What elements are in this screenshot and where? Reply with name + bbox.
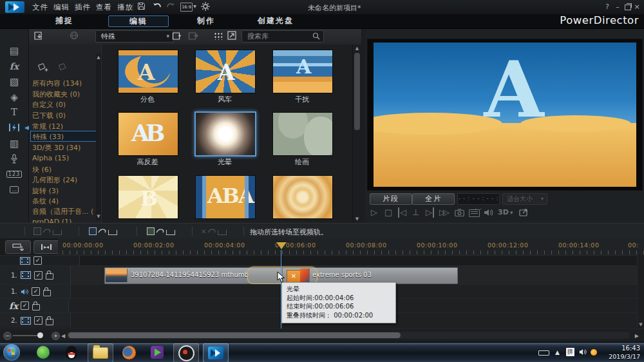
previous-frame-button[interactable]: ◁ (398, 207, 406, 218)
apply-crossfade-to-all-button[interactable] (147, 226, 175, 236)
title-room-icon[interactable]: T (0, 105, 28, 119)
category-all[interactable]: 所有内容 (134) (32, 79, 94, 87)
menu-edit[interactable]: 编辑 (53, 3, 70, 12)
tray-keyboard-icon[interactable] (538, 350, 549, 356)
taskbar-360browser-icon[interactable] (31, 343, 55, 361)
video-track-1[interactable]: 1. ✓ 39107284-1411954415923 mthumb ✕ ext… (0, 265, 638, 284)
tray-ime-icon[interactable]: 拼 (566, 348, 574, 356)
taskbar-clock[interactable]: 16:43 2019/3/17 (609, 344, 640, 361)
category-downloaded[interactable]: 已下载 (0) (32, 111, 94, 119)
taskbar-powerdirector-icon[interactable] (203, 343, 229, 362)
help-button[interactable]: ? (603, 3, 612, 11)
media-room-icon[interactable]: ▤ (0, 44, 28, 58)
menu-plugins[interactable]: 插件 (75, 3, 91, 12)
undock-preview-icon[interactable] (519, 209, 528, 216)
library-scrollbar[interactable]: ▲ ▼ (352, 44, 361, 223)
track-enable-checkbox[interactable]: ✓ (34, 271, 43, 280)
timeline-ruler[interactable]: 00:00:00:00 00:00:02:00 00:00:04:00 00:0… (58, 238, 644, 255)
category-special-selected[interactable]: 特殊 (33) (30, 131, 97, 142)
zoom-out-button[interactable]: − (3, 332, 12, 340)
tray-weather-icon[interactable] (591, 349, 597, 356)
category-general[interactable]: 常规 (12) (32, 122, 94, 130)
particle-room-icon[interactable]: ◈ (0, 90, 28, 104)
playhead-marker[interactable] (276, 242, 287, 249)
start-button[interactable] (3, 344, 20, 361)
add-tag-icon[interactable] (37, 62, 50, 73)
track-enable-checkbox[interactable]: ✓ (21, 301, 29, 310)
track-lock-icon[interactable] (32, 304, 40, 310)
category-rotate[interactable]: 旋转 (3) (32, 186, 94, 195)
category-audio[interactable]: 音频（适用于音... (2) (32, 207, 94, 215)
play-button[interactable]: ▷ (371, 207, 377, 218)
timeline-vertical-scrollbar[interactable]: ▼ (637, 255, 644, 329)
taskbar-firefox-icon[interactable] (117, 343, 141, 361)
taskbar-qq-icon[interactable] (59, 343, 84, 361)
tab-capture[interactable]: 捕捉 (35, 15, 93, 26)
transition-item[interactable]: A (272, 50, 333, 93)
close-button[interactable]: × (632, 3, 641, 11)
tray-show-hidden-icon[interactable]: ▲ (555, 349, 560, 356)
3d-mode-button[interactable]: 3D (498, 207, 509, 218)
transition-item[interactable]: B (118, 175, 178, 219)
category-filter-dropdown[interactable]: 特殊 ▾ (95, 30, 174, 43)
transition-item[interactable]: AB (118, 112, 178, 156)
transition-item[interactable]: ABA (195, 175, 256, 219)
scrollbar-thumb[interactable] (68, 332, 401, 338)
taskbar-explorer-icon[interactable] (88, 343, 113, 362)
import-media-icon[interactable] (34, 31, 45, 41)
zoom-in-button[interactable]: + (52, 332, 60, 340)
timeline-horizontal-scrollbar[interactable] (66, 332, 630, 339)
scroll-down-icon[interactable]: ▼ (353, 215, 361, 223)
track-lock-icon[interactable] (43, 290, 51, 296)
category-3d[interactable]: 3D/类 3D (34) (32, 143, 94, 151)
pip-objects-room-icon[interactable]: ▧ (0, 75, 28, 89)
category-alpha[interactable]: Alpha (15) (32, 154, 94, 162)
category-favorites[interactable]: 我的收藏夹 (0) (32, 90, 94, 98)
scrollbar-thumb[interactable] (354, 53, 360, 130)
grid-view-icon[interactable] (214, 32, 222, 40)
track-enable-checkbox[interactable]: ✓ (34, 316, 43, 325)
search-input[interactable]: 搜索库 (242, 30, 324, 43)
category-stripes[interactable]: 条纹 (4) (32, 196, 94, 205)
menu-view[interactable]: 查看 (96, 3, 112, 12)
taskbar-recorder-icon[interactable] (173, 343, 199, 362)
transition-item-selected[interactable] (194, 111, 256, 157)
scroll-up-icon[interactable]: ▲ (353, 44, 361, 52)
category-block[interactable]: 块 (6) (32, 165, 94, 173)
track-manager-button[interactable] (5, 240, 31, 254)
clip-mode-button[interactable]: 片段 (370, 193, 412, 205)
expand-library-icon[interactable] (227, 31, 236, 40)
preview-quality-icon[interactable] (469, 209, 480, 217)
undo-icon[interactable] (152, 2, 162, 10)
track-enable-checkbox[interactable]: ✓ (32, 287, 40, 296)
enable-all-checkbox[interactable]: ✓ (33, 256, 42, 265)
scroll-up-icon[interactable]: ▲ (96, 53, 101, 61)
menu-file[interactable]: 文件 (32, 3, 48, 12)
taskbar-media-player-icon[interactable] (145, 343, 169, 361)
3d-dropdown-icon[interactable]: ▾ (510, 207, 513, 218)
snap-alignment-button[interactable]: ▸◂ (33, 240, 59, 254)
aspect-dropdown-icon[interactable]: ▾ (193, 3, 196, 10)
minimize-button[interactable]: – (613, 3, 622, 11)
settings-gear-icon[interactable] (201, 2, 210, 11)
category-scrollbar[interactable]: ▲ ▼ (96, 53, 101, 220)
stop-button[interactable]: □ (384, 207, 392, 218)
transition-item[interactable] (272, 175, 333, 219)
tray-volume-icon[interactable] (579, 348, 587, 356)
tab-edit[interactable]: 编辑 (108, 15, 169, 27)
audio-mixing-room-icon[interactable]: ▥ (0, 137, 28, 151)
transition-room-icon[interactable]: ◀ (0, 120, 28, 135)
volume-speaker-icon[interactable] (484, 209, 493, 216)
transition-item[interactable]: A (195, 50, 256, 93)
track-lock-icon[interactable] (46, 319, 53, 325)
room-collapse-arrow-icon[interactable]: ◀ (24, 124, 29, 131)
subtitle-room-icon[interactable]: … (0, 182, 28, 196)
menu-play[interactable]: 播放 (117, 3, 133, 12)
restore-button[interactable] (625, 5, 631, 10)
save-icon[interactable] (137, 2, 146, 10)
category-custom[interactable]: 自定义 (0) (32, 100, 94, 108)
effect-room-icon[interactable]: fx (0, 59, 28, 73)
preview-timecode[interactable]: - - : - - : - - : - - (457, 193, 500, 205)
apply-random-to-all-button[interactable] (89, 226, 117, 236)
tab-create-disc[interactable]: 创建光盘 (243, 15, 308, 26)
